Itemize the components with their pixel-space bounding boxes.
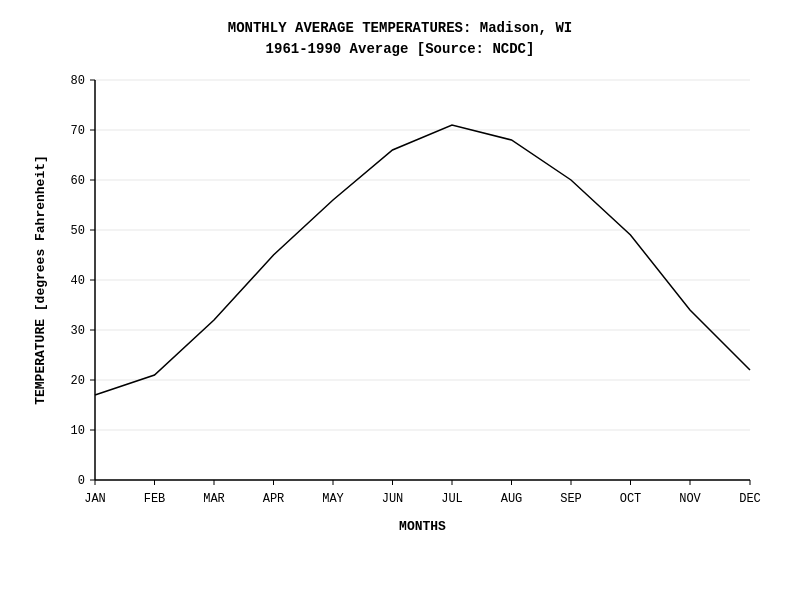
x-label-jan: JAN [84,492,106,506]
temperature-line [95,125,750,395]
y-tick-60: 60 [71,174,85,188]
x-label-sep: SEP [560,492,582,506]
x-label-oct: OCT [620,492,642,506]
x-label-dec: DEC [739,492,761,506]
x-label-jul: JUL [441,492,463,506]
x-label-jun: JUN [382,492,404,506]
x-label-feb: FEB [144,492,166,506]
x-axis-label: MONTHS [399,519,446,534]
x-label-nov: NOV [679,492,701,506]
y-tick-10: 10 [71,424,85,438]
y-tick-0: 0 [78,474,85,488]
title-line2: 1961-1990 Average [Source: NCDC] [228,39,572,60]
y-tick-30: 30 [71,324,85,338]
x-label-mar: MAR [203,492,225,506]
x-label-aug: AUG [501,492,523,506]
x-label-apr: APR [263,492,285,506]
y-tick-80: 80 [71,74,85,88]
y-tick-40: 40 [71,274,85,288]
chart-svg: 0 10 20 30 40 50 60 70 80 [30,70,770,560]
chart-title: MONTHLY AVERAGE TEMPERATURES: Madison, W… [228,18,572,60]
x-label-may: MAY [322,492,344,506]
y-tick-70: 70 [71,124,85,138]
chart-container: MONTHLY AVERAGE TEMPERATURES: Madison, W… [0,0,800,600]
y-tick-50: 50 [71,224,85,238]
y-tick-20: 20 [71,374,85,388]
chart-area: 0 10 20 30 40 50 60 70 80 [30,70,770,560]
title-line1: MONTHLY AVERAGE TEMPERATURES: Madison, W… [228,18,572,39]
y-axis-label: TEMPERATURE [degrees Fahrenheit] [33,155,48,405]
